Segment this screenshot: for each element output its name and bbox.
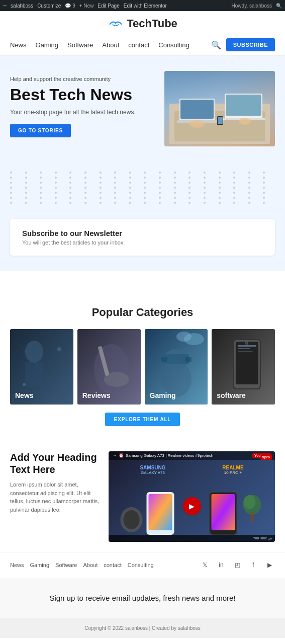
svg-rect-39 <box>238 345 256 347</box>
hero-title: Best Tech News <box>10 86 154 104</box>
category-card-software[interactable]: software <box>212 329 275 405</box>
dot <box>69 187 71 189</box>
dot <box>25 187 27 189</box>
subscribe-button[interactable]: SUBSCRIBE <box>226 38 275 51</box>
youtube-icon[interactable]: ▶ <box>264 559 275 571</box>
footer-link-about[interactable]: About <box>83 562 98 568</box>
linkedin-icon[interactable]: in <box>216 559 227 571</box>
youtube-bar: YouTube ض <box>109 535 275 542</box>
dot <box>10 197 12 199</box>
dot <box>69 177 71 179</box>
admin-comments[interactable]: 💬 9 <box>65 3 75 9</box>
dot <box>114 177 116 179</box>
dot <box>40 202 42 204</box>
footer-link-contact[interactable]: contact <box>104 562 121 568</box>
admin-elementor[interactable]: Edit with Elementor <box>124 3 167 9</box>
admin-customize[interactable]: Customize <box>37 3 61 9</box>
dot <box>100 187 102 189</box>
dot <box>25 177 27 179</box>
hero-tagline: Help and support the creative community <box>10 76 154 82</box>
svg-point-19 <box>57 347 61 351</box>
dot <box>144 172 146 174</box>
footer-links: News Gaming Software About contact Consu… <box>10 562 154 568</box>
dot <box>159 172 161 174</box>
dot <box>40 197 42 199</box>
wp-logo[interactable]: ─ <box>3 3 7 9</box>
dot <box>25 197 27 199</box>
site-header: TechTube News Gaming Software About cont… <box>0 11 285 56</box>
go-to-stories-button[interactable]: GO TO STORIES <box>10 124 71 137</box>
footer-link-consulting[interactable]: Consulting <box>128 562 154 568</box>
dot <box>84 187 86 189</box>
nav-software[interactable]: Software <box>67 41 93 49</box>
explore-button[interactable]: EXPLORE THEM ALL <box>105 413 180 426</box>
category-card-gaming[interactable]: Gaming <box>145 329 208 405</box>
dot <box>263 192 265 194</box>
video-top-bar: → ⏰ Samsung Galaxy A73 | Realme videos #… <box>109 451 275 460</box>
admin-search-icon[interactable]: 🔍 <box>276 3 282 9</box>
nav-gaming[interactable]: Gaming <box>36 41 59 49</box>
dot <box>263 182 265 184</box>
nav-news[interactable]: News <box>10 41 27 49</box>
nav-consulting[interactable]: Consulting <box>158 41 189 49</box>
dot <box>10 177 12 179</box>
svg-point-9 <box>189 120 205 128</box>
dot <box>174 172 176 174</box>
nav-about[interactable]: About <box>102 41 119 49</box>
search-button[interactable]: 🔍 <box>211 40 221 50</box>
dot <box>188 197 191 199</box>
category-card-reviews[interactable]: Reviews <box>77 329 141 405</box>
dot <box>55 172 57 174</box>
dot <box>40 192 42 194</box>
dot <box>10 172 12 174</box>
footer-link-news[interactable]: News <box>10 562 24 568</box>
svg-point-10 <box>239 118 251 125</box>
svg-rect-4 <box>180 100 214 119</box>
facebook-icon[interactable]: f <box>248 559 259 571</box>
dot <box>144 177 146 179</box>
site-logo[interactable]: TechTube <box>108 17 177 30</box>
hero-illustration <box>169 73 270 144</box>
footer-link-software[interactable]: Software <box>55 562 77 568</box>
video-thumbnail[interactable]: → ⏰ Samsung Galaxy A73 | Realme videos #… <box>109 451 275 542</box>
svg-point-0 <box>115 22 117 24</box>
cta-title: Add Your Heading Text Here <box>10 451 101 475</box>
category-card-news[interactable]: News <box>10 329 73 405</box>
twitter-icon[interactable]: 𝕏 <box>200 559 211 571</box>
dot <box>100 197 102 199</box>
dot <box>25 182 27 184</box>
nav-links: News Gaming Software About contact Consu… <box>10 41 211 49</box>
categories-title: Popular Categories <box>10 306 275 319</box>
svg-point-51 <box>124 510 140 529</box>
dot <box>100 177 102 179</box>
dot <box>25 192 27 194</box>
brand-samsung: SAMSUNG <box>140 465 165 470</box>
hero-image-inner <box>164 71 275 146</box>
admin-salahboss[interactable]: salahboss <box>11 3 33 9</box>
share-icon: → <box>113 453 117 458</box>
instagram-icon[interactable]: ◰ <box>232 559 243 571</box>
dot <box>174 197 176 199</box>
hero-section: Help and support the creative community … <box>0 56 285 156</box>
footer-link-gaming[interactable]: Gaming <box>30 562 50 568</box>
categories-section: Popular Categories News <box>0 291 285 441</box>
dot <box>263 202 265 204</box>
dot <box>69 192 71 194</box>
newsletter-title: Subscribe to our Newsletter <box>22 229 263 237</box>
dot <box>25 172 27 174</box>
video-top-text: Samsung Galaxy A73 | Realme videos #9pro… <box>126 453 250 458</box>
nav-contact[interactable]: contact <box>128 41 149 49</box>
hero-description: Your one-stop page for all the latest te… <box>10 109 154 116</box>
admin-edit-page[interactable]: Edit Page <box>98 3 119 9</box>
dot <box>69 202 71 204</box>
dot <box>233 177 235 179</box>
main-nav: News Gaming Software About contact Consu… <box>10 34 275 55</box>
dot <box>114 202 116 204</box>
hero-image <box>164 71 275 146</box>
admin-new[interactable]: + New <box>79 3 94 9</box>
video-brands: SAMSUNG GALAXY A73 REALME 10 PRO + <box>109 460 275 477</box>
play-button[interactable]: ▶ <box>183 497 201 515</box>
dot <box>100 182 102 184</box>
gaming-label: Gaming <box>150 391 176 399</box>
dot <box>100 192 102 194</box>
